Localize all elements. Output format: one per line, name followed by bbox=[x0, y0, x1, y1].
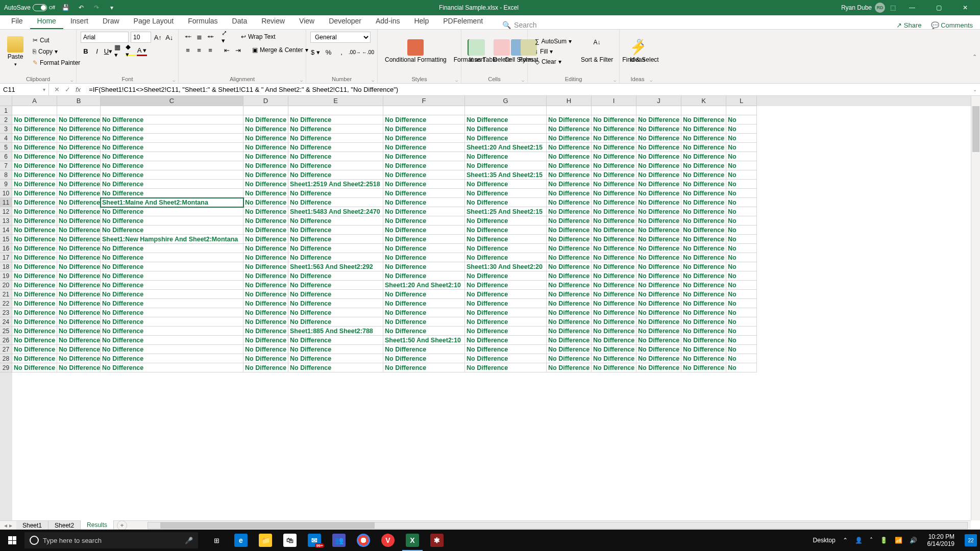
cell[interactable]: No Difference bbox=[288, 170, 383, 180]
cell[interactable]: No Difference bbox=[592, 308, 636, 317]
cell[interactable]: No Difference bbox=[465, 226, 547, 235]
cell[interactable]: No Difference bbox=[636, 152, 681, 161]
cell[interactable]: No Difference bbox=[243, 363, 288, 372]
cell[interactable]: No Difference bbox=[243, 180, 288, 189]
ribbon-tab-add-ins[interactable]: Add-ins bbox=[369, 15, 407, 29]
cell[interactable]: No Difference bbox=[547, 235, 592, 244]
cell[interactable]: No Difference bbox=[12, 281, 57, 290]
cell[interactable]: No Difference bbox=[12, 143, 57, 152]
column-header-F[interactable]: F bbox=[383, 96, 465, 106]
cell[interactable]: No Difference bbox=[288, 271, 383, 281]
cell[interactable]: No Difference bbox=[243, 161, 288, 170]
undo-icon[interactable]: ↶ bbox=[77, 3, 86, 12]
start-button[interactable] bbox=[0, 530, 24, 551]
cell[interactable]: No Difference bbox=[383, 308, 465, 317]
cell[interactable]: No Difference bbox=[592, 134, 636, 143]
cell[interactable]: No Difference bbox=[288, 354, 383, 363]
wifi-icon[interactable]: 📶 bbox=[895, 537, 902, 544]
cell[interactable]: No Difference bbox=[101, 180, 243, 189]
cancel-formula-icon[interactable]: ✕ bbox=[54, 86, 60, 93]
cell[interactable]: No Difference bbox=[636, 262, 681, 271]
cell[interactable]: No Difference bbox=[547, 327, 592, 336]
cell[interactable]: Sheet1:20 And Sheet2:10 bbox=[383, 281, 465, 290]
cell[interactable]: No bbox=[726, 327, 757, 336]
cell[interactable]: No Difference bbox=[681, 262, 726, 271]
row-header[interactable]: 29 bbox=[0, 363, 12, 372]
cell[interactable]: No Difference bbox=[636, 327, 681, 336]
cell[interactable]: No Difference bbox=[465, 198, 547, 207]
cell[interactable]: No Difference bbox=[465, 317, 547, 327]
paste-button[interactable]: Paste▾ bbox=[4, 34, 27, 69]
column-header-G[interactable]: G bbox=[465, 96, 547, 106]
cell[interactable]: No Difference bbox=[101, 161, 243, 170]
cell[interactable]: No Difference bbox=[465, 180, 547, 189]
ribbon-tab-file[interactable]: File bbox=[4, 15, 30, 29]
cell[interactable]: No Difference bbox=[465, 363, 547, 372]
cell[interactable]: No Difference bbox=[288, 198, 383, 207]
cell[interactable]: No Difference bbox=[592, 216, 636, 226]
cell[interactable]: No Difference bbox=[681, 143, 726, 152]
cell[interactable]: No Difference bbox=[101, 124, 243, 134]
cell[interactable]: No Difference bbox=[681, 317, 726, 327]
cell[interactable]: No Difference bbox=[636, 317, 681, 327]
indent-increase-button[interactable]: ⇥ bbox=[233, 45, 243, 55]
cell[interactable]: No Difference bbox=[636, 170, 681, 180]
border-button[interactable]: ▦ ▾ bbox=[114, 46, 125, 56]
cell[interactable]: No Difference bbox=[681, 327, 726, 336]
cell[interactable]: No Difference bbox=[243, 327, 288, 336]
cell[interactable]: No Difference bbox=[636, 354, 681, 363]
row-header[interactable]: 15 bbox=[0, 235, 12, 244]
cell[interactable]: No Difference bbox=[243, 189, 288, 198]
other-app[interactable]: ✱ bbox=[425, 530, 449, 551]
cell[interactable]: No Difference bbox=[101, 170, 243, 180]
cell[interactable]: No Difference bbox=[465, 271, 547, 281]
ribbon-tab-formulas[interactable]: Formulas bbox=[181, 15, 225, 29]
cell[interactable]: No Difference bbox=[12, 336, 57, 345]
cell[interactable]: No Difference bbox=[465, 345, 547, 354]
merge-center-button[interactable]: ▣Merge & Center ▾ bbox=[249, 45, 311, 55]
new-sheet-button[interactable]: + bbox=[117, 520, 127, 531]
cell[interactable]: No Difference bbox=[243, 336, 288, 345]
cell[interactable]: No bbox=[726, 152, 757, 161]
cell[interactable]: No Difference bbox=[547, 317, 592, 327]
cell[interactable]: No Difference bbox=[57, 290, 101, 299]
row-header[interactable]: 10 bbox=[0, 189, 12, 198]
cell[interactable]: No Difference bbox=[12, 124, 57, 134]
column-header-K[interactable]: K bbox=[681, 96, 726, 106]
cell[interactable]: No bbox=[726, 170, 757, 180]
cell[interactable]: No Difference bbox=[592, 180, 636, 189]
align-right-button[interactable]: ≡ bbox=[205, 45, 215, 55]
cell[interactable]: Sheet1:Maine And Sheet2:Montana bbox=[101, 198, 243, 207]
cell[interactable]: No Difference bbox=[636, 189, 681, 198]
cell[interactable]: No Difference bbox=[681, 170, 726, 180]
cell[interactable]: No Difference bbox=[383, 235, 465, 244]
cell[interactable]: No Difference bbox=[681, 336, 726, 345]
cell[interactable]: No Difference bbox=[547, 198, 592, 207]
mic-icon[interactable]: 🎤 bbox=[185, 537, 193, 544]
decrease-decimal-button[interactable]: ←.00 bbox=[363, 47, 373, 57]
cell[interactable]: No Difference bbox=[101, 115, 243, 124]
cell[interactable]: No Difference bbox=[636, 336, 681, 345]
volume-icon[interactable]: 🔊 bbox=[910, 537, 917, 544]
cell[interactable]: No Difference bbox=[288, 143, 383, 152]
cell[interactable]: No Difference bbox=[592, 317, 636, 327]
cell[interactable]: No Difference bbox=[101, 345, 243, 354]
cell[interactable]: No Difference bbox=[681, 207, 726, 216]
cell[interactable]: No Difference bbox=[288, 345, 383, 354]
cell[interactable]: No Difference bbox=[465, 244, 547, 253]
battery-icon[interactable]: 🔋 bbox=[880, 537, 888, 544]
row-header[interactable]: 20 bbox=[0, 281, 12, 290]
cell[interactable]: No Difference bbox=[465, 115, 547, 124]
bold-button[interactable]: B bbox=[81, 46, 91, 56]
cell[interactable]: No Difference bbox=[101, 143, 243, 152]
accounting-button[interactable]: $ ▾ bbox=[310, 47, 321, 57]
name-box[interactable]: C11▾ bbox=[0, 84, 49, 95]
cell[interactable]: No Difference bbox=[12, 226, 57, 235]
column-header-E[interactable]: E bbox=[288, 96, 383, 106]
ribbon-tab-data[interactable]: Data bbox=[225, 15, 255, 29]
cell[interactable]: No Difference bbox=[243, 262, 288, 271]
cell[interactable]: No Difference bbox=[101, 189, 243, 198]
cell[interactable]: No Difference bbox=[57, 253, 101, 262]
cell[interactable]: No Difference bbox=[101, 152, 243, 161]
cell[interactable]: Sheet1:25 And Sheet2:15 bbox=[465, 207, 547, 216]
